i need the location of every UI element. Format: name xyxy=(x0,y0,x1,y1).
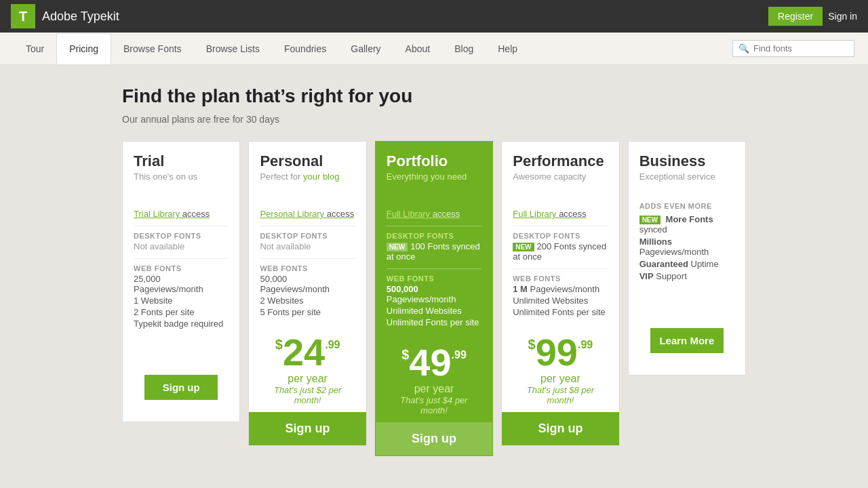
personal-web-2: 2 Websites xyxy=(260,296,355,306)
plan-portfolio-name: Portfolio xyxy=(387,152,481,170)
portfolio-monthly-note: That's just $4 per month! xyxy=(387,395,481,415)
nav-item-gallery[interactable]: Gallery xyxy=(338,34,393,64)
plan-business-tagline: Exceptional service xyxy=(639,171,734,182)
plan-personal-tagline: Perfect for your blog xyxy=(260,171,355,182)
plan-portfolio-tagline: Everything you need xyxy=(387,171,481,182)
logo-letter: T xyxy=(19,9,27,24)
nav-item-pricing[interactable]: Pricing xyxy=(56,33,111,64)
performance-desktop-value: NEW200 Fonts synced at once xyxy=(513,241,608,262)
portfolio-per-year: per year xyxy=(387,383,481,395)
performance-web-label: WEB FONTS xyxy=(513,268,608,283)
nav-item-browse-fonts[interactable]: Browse Fonts xyxy=(111,34,194,64)
performance-signup-button[interactable]: Sign up xyxy=(502,412,618,445)
trial-web-3: 2 Fonts per site xyxy=(134,307,229,317)
business-adds-1-bold: More Fonts xyxy=(666,214,713,224)
performance-desktop-label: DESKTOP FONTS xyxy=(513,226,608,240)
header-left: T Adobe Typekit xyxy=(11,4,119,28)
personal-monthly-note: That's just $2 per month! xyxy=(260,385,355,405)
plan-portfolio-body: Full Library access DESKTOP FONTS NEW100… xyxy=(376,188,492,336)
performance-web-2: Unlimited Websites xyxy=(513,296,608,306)
performance-web-3: Unlimited Fonts per site xyxy=(513,307,608,317)
business-adds-4: VIP Support xyxy=(639,271,734,281)
trial-library-link[interactable]: Trial Library access xyxy=(134,209,229,219)
portfolio-new-badge: NEW xyxy=(387,243,408,251)
performance-library-label xyxy=(513,202,608,207)
plan-trial-header: Trial This one's on us xyxy=(123,142,239,188)
performance-dollar: $ xyxy=(528,333,536,355)
performance-pricing: $ 99 .99 per year That's just $8 per mon… xyxy=(502,325,618,412)
trial-web-2: 1 Website xyxy=(134,296,229,306)
register-button[interactable]: Register xyxy=(768,7,823,26)
plan-personal-body: Personal Library access DESKTOP FONTS No… xyxy=(249,188,366,325)
personal-desktop-label: DESKTOP FONTS xyxy=(260,226,355,240)
portfolio-price-row: $ 49 .99 xyxy=(387,344,481,382)
signin-button[interactable]: Sign in xyxy=(828,11,857,22)
personal-per-year: per year xyxy=(260,373,355,385)
plan-trial-tagline: This one's on us xyxy=(134,171,229,182)
plan-trial-body: Trial Library access DESKTOP FONTS Not a… xyxy=(123,188,239,337)
personal-price-row: $ 24 .99 xyxy=(260,333,355,371)
portfolio-desktop-label: DESKTOP FONTS xyxy=(387,226,481,240)
personal-dollar: $ xyxy=(275,333,283,355)
plan-portfolio-header: Portfolio Everything you need xyxy=(376,142,492,188)
personal-signup-button[interactable]: Sign up xyxy=(249,412,366,445)
plan-portfolio: Portfolio Everything you need Full Libra… xyxy=(375,141,493,456)
search-input[interactable] xyxy=(753,43,848,54)
performance-new-badge: NEW xyxy=(513,243,534,251)
portfolio-web-label: WEB FONTS xyxy=(387,268,481,283)
portfolio-dollar: $ xyxy=(401,344,409,365)
portfolio-web-3: Unlimited Fonts per site xyxy=(387,317,481,327)
subtitle: Our annual plans are free for 30 days xyxy=(122,114,746,125)
business-adds-label: ADDS EVEN MORE xyxy=(639,202,734,210)
portfolio-web-1: 500,000 Pageviews/month xyxy=(387,284,481,304)
plan-performance-tagline: Awesome capacity xyxy=(513,171,608,182)
nav-item-help[interactable]: Help xyxy=(486,34,530,64)
performance-price-main: 99 xyxy=(536,333,578,371)
plan-personal-name: Personal xyxy=(260,152,355,170)
plan-business-name: Business xyxy=(639,152,734,170)
performance-monthly-note: That's just $8 per month! xyxy=(513,385,608,405)
portfolio-library-label xyxy=(387,202,481,207)
plan-performance-body: Full Library access DESKTOP FONTS NEW200… xyxy=(502,188,618,325)
plan-trial-name: Trial xyxy=(134,152,229,170)
personal-library-label xyxy=(260,202,355,207)
plan-business-header: Business Exceptional service xyxy=(629,142,745,188)
search-box: 🔍 xyxy=(732,40,854,57)
business-adds-3: Guaranteed Uptime xyxy=(639,259,734,269)
plan-performance-name: Performance xyxy=(513,152,608,170)
nav-item-tour[interactable]: Tour xyxy=(14,34,56,64)
plans-container: Trial This one's on us Trial Library acc… xyxy=(122,141,746,456)
portfolio-price-cents: .99 xyxy=(452,349,467,361)
business-new-badge: NEW xyxy=(639,216,660,224)
main-content: Find the plan that’s right for you Our a… xyxy=(108,65,760,476)
personal-web-1: 50,000 Pageviews/month xyxy=(260,274,355,294)
performance-web-1: 1 M Pageviews/month xyxy=(513,284,608,294)
plan-performance: Performance Awesome capacity Full Librar… xyxy=(501,141,619,446)
trial-signup-button[interactable]: Sign up xyxy=(144,375,218,400)
business-adds-2: Millions Pageviews/month xyxy=(639,237,734,257)
navigation: Tour Pricing Browse Fonts Browse Lists F… xyxy=(0,33,868,65)
personal-library-link[interactable]: Personal Library access xyxy=(260,209,355,219)
nav-item-about[interactable]: About xyxy=(393,34,443,64)
nav-item-foundries[interactable]: Foundries xyxy=(272,34,338,64)
logo-box: T xyxy=(11,4,35,28)
nav-item-blog[interactable]: Blog xyxy=(442,34,486,64)
performance-library-link[interactable]: Full Library access xyxy=(513,209,608,219)
nav-item-browse-lists[interactable]: Browse Lists xyxy=(194,34,272,64)
trial-web-label: WEB FONTS xyxy=(134,258,229,272)
portfolio-library-link[interactable]: Full Library access xyxy=(387,209,481,219)
performance-price-row: $ 99 .99 xyxy=(513,333,608,371)
business-adds-1: NEW More Fonts synced xyxy=(639,214,734,235)
plan-trial: Trial This one's on us Trial Library acc… xyxy=(122,141,240,422)
business-learn-button[interactable]: Learn More xyxy=(650,328,724,353)
performance-per-year: per year xyxy=(513,373,608,385)
plan-performance-header: Performance Awesome capacity xyxy=(502,142,618,188)
header-right: Register Sign in xyxy=(768,7,857,26)
portfolio-signup-button[interactable]: Sign up xyxy=(376,422,492,455)
plan-business: Business Exceptional service ADDS EVEN M… xyxy=(628,141,746,375)
personal-web-label: WEB FONTS xyxy=(260,258,355,272)
performance-price-cents: .99 xyxy=(578,339,593,351)
portfolio-desktop-value: NEW100 Fonts synced at once xyxy=(387,241,481,262)
trial-desktop-label: DESKTOP FONTS xyxy=(134,226,229,240)
trial-web-1: 25,000 Pageviews/month xyxy=(134,274,229,294)
